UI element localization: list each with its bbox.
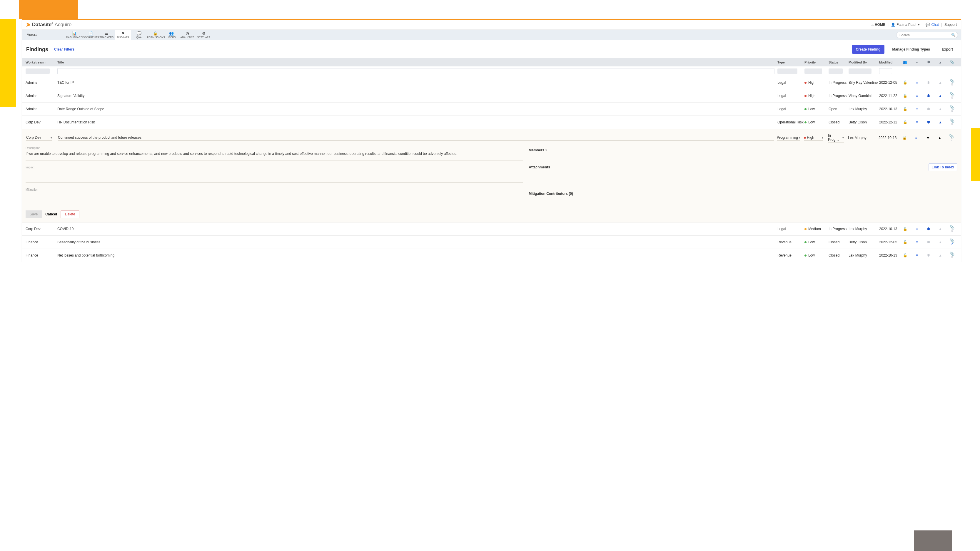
star-icon[interactable]: ✱ [927,107,930,111]
tab-documents[interactable]: 📄DOCUMENTS [82,30,99,40]
filter-type[interactable] [777,68,797,74]
lock-icon[interactable] [903,107,907,111]
warn-icon[interactable]: ▲ [938,136,942,140]
warn-icon[interactable]: ▲ [939,120,942,124]
warn-icon[interactable]: ▲ [939,81,942,85]
col-modifiedby[interactable]: Modified By [849,60,879,64]
clear-filters[interactable]: Clear Filters [54,47,75,51]
warn-icon[interactable]: ▲ [939,253,942,257]
clip-col[interactable]: 📎0 [946,119,958,126]
link-to-index-button[interactable]: Link To Index [929,164,957,171]
tab-users[interactable]: 👥USERS [163,30,179,40]
col-status[interactable]: Status [829,60,849,64]
table-row[interactable]: Admins Date Range Outside of Scope Legal… [22,103,961,116]
list-icon[interactable]: ≡ [916,94,918,98]
col-list-icon[interactable]: ≡ [911,60,923,64]
star-icon[interactable]: ✱ [927,120,930,124]
clip-col[interactable]: 📎0 [946,134,957,141]
tab-dashboard[interactable]: 📊DASHBOARD [66,30,82,40]
clip-col[interactable]: 📎0 [946,92,958,99]
delete-button[interactable]: Delete [60,210,80,218]
lock-icon[interactable] [903,253,907,257]
clip-col[interactable]: 📎0 [946,105,958,113]
search-input[interactable] [896,32,958,38]
col-clip-icon[interactable]: 📎 [946,60,958,64]
col-title[interactable]: Title [57,60,777,64]
create-finding-button[interactable]: Create Finding [852,45,885,54]
filter-modified[interactable] [879,68,892,74]
lock-icon[interactable] [903,120,907,124]
tab-trackers[interactable]: ☰TRACKERS [99,30,115,40]
star-icon[interactable]: ✱ [926,136,929,140]
col-modified[interactable]: Modified [879,60,899,64]
list-icon[interactable]: ≡ [916,227,918,231]
table-row[interactable]: Corp Dev COVID-19 Legal Medium In Progre… [22,222,961,236]
col-members-icon[interactable]: 👥 [899,60,911,64]
list-icon[interactable]: ≡ [916,107,918,111]
support-link[interactable]: Support [944,23,957,27]
user-menu[interactable]: 👤 Fatima Patel ▼ [891,23,920,27]
list-icon[interactable]: ≡ [916,81,918,85]
col-type[interactable]: Type [777,60,805,64]
lock-icon[interactable] [903,81,907,85]
filter-title-input[interactable] [57,68,775,74]
list-icon[interactable]: ≡ [915,136,917,140]
members-toggle[interactable]: Members ▾ [529,148,957,152]
warn-icon[interactable]: ▲ [939,227,942,231]
table-row[interactable]: Admins Signature Validity Legal High In … [22,89,961,103]
clip-col[interactable]: 📎2 [946,239,958,246]
col-warn-icon[interactable]: ▲ [934,60,946,64]
list-icon[interactable]: ≡ [916,240,918,244]
cancel-button[interactable]: Cancel [45,212,57,216]
export-button[interactable]: Export [938,45,957,54]
filter-modifiedby[interactable] [849,68,872,74]
star-icon[interactable]: ✱ [927,81,930,85]
lock-icon[interactable] [903,227,907,231]
tab-q&a[interactable]: 💬Q&A [131,30,147,40]
save-button[interactable]: Save [25,210,42,218]
star-icon[interactable]: ✱ [927,94,930,98]
priority-select[interactable]: High▾ [804,135,823,141]
type-select[interactable]: Programming▾ [777,135,800,141]
status-select[interactable]: In Prog…▾ [828,133,844,143]
warn-icon[interactable]: ▲ [939,107,942,111]
title-input[interactable]: Continued success of the product and fut… [58,135,774,141]
warn-icon[interactable]: ▲ [939,240,942,244]
description-text[interactable]: If we are unable to develop and release … [25,151,523,160]
impact-text[interactable] [25,170,523,183]
list-icon[interactable]: ≡ [916,253,918,257]
tab-analytics[interactable]: ◔ANALYTICS [179,30,196,40]
mitigation-text[interactable] [25,192,523,205]
clip-col[interactable]: 📎0 [946,79,958,86]
ws-select[interactable]: Corp Dev▾ [26,135,52,141]
tab-findings[interactable]: ⚑FINDINGS [115,30,131,40]
tab-permissions[interactable]: 🔒PERMISSIONS [147,30,163,40]
clip-col[interactable]: 📎0 [946,225,958,232]
chat-link[interactable]: 💬 Chat [926,23,939,27]
home-link[interactable]: ⌂ HOME [872,23,885,27]
warn-icon[interactable]: ▲ [939,94,942,98]
tab-label: SETTINGS [197,36,210,39]
col-workstream[interactable]: Workstream ↑ [25,60,57,64]
lock-icon[interactable] [903,94,907,98]
star-icon[interactable]: ✱ [927,253,930,257]
attachments-row: Attachments Link To Index [529,164,957,171]
star-icon[interactable]: ✱ [927,227,930,231]
lock-icon[interactable] [902,136,907,140]
list-icon[interactable]: ≡ [916,120,918,124]
lock-icon[interactable] [903,240,907,244]
col-priority[interactable]: Priority [805,60,829,64]
table-row[interactable]: Finance Net losses and potential forthco… [22,249,961,262]
col-star-icon[interactable]: ✱ [923,60,934,64]
filter-ws[interactable] [25,68,50,74]
star-icon[interactable]: ✱ [927,240,930,244]
tab-settings[interactable]: ⚙SETTINGS [196,30,212,40]
filter-priority[interactable] [805,68,822,74]
filter-status[interactable] [829,68,843,74]
clip-col[interactable]: 📎0 [946,252,958,259]
table-row[interactable]: Corp Dev HR Documentation Risk Operation… [22,116,961,129]
table-row[interactable]: Admins T&C for IP Legal High In Progress… [22,76,961,89]
manage-types-button[interactable]: Manage Finding Types [889,45,934,54]
search-icon[interactable]: 🔍 [951,33,956,37]
table-row[interactable]: Finance Seasonality of the business Reve… [22,236,961,249]
